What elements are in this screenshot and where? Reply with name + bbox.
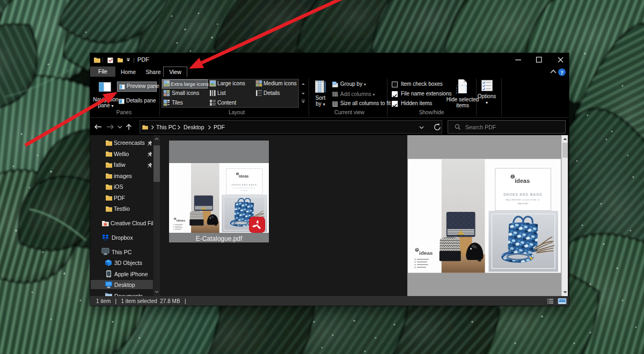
svg-text:?: ? (560, 69, 564, 76)
